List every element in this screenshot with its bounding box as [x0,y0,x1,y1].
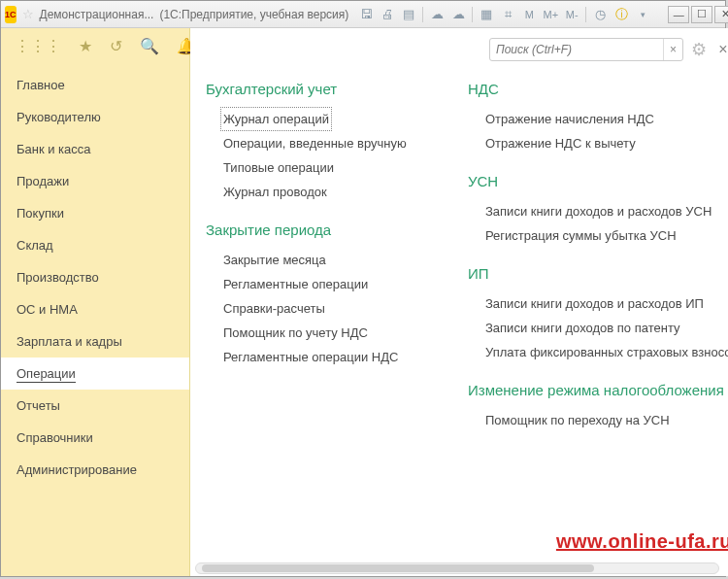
menu-link[interactable]: Отражение начисления НДС [485,107,728,131]
section-title[interactable]: Закрытие периода [206,221,429,238]
horizontal-scrollbar[interactable] [195,562,719,574]
watermark: www.online-ufa.ru [556,530,728,553]
m-icon[interactable]: M [521,7,537,22]
gear-icon[interactable]: ⚙ [691,39,707,60]
star-icon: ☆ [22,7,34,21]
menu-link[interactable]: Регламентные операции НДС [223,345,429,369]
menu-link[interactable]: Типовые операции [223,155,429,180]
save-icon[interactable]: 🖫 [358,7,374,22]
section-title[interactable]: УСН [468,173,728,189]
menu-link[interactable]: Записи книги доходов и расходов ИП [485,291,728,316]
window-title-suffix: (1С:Предприятие, учебная версия) [159,8,348,21]
sidebar-item-label: Справочники [17,430,93,445]
cloud2-icon[interactable]: ☁ [450,7,466,22]
sidebar-iconbar: ⋮⋮⋮ ★ ↺ 🔍 🔔 [1,28,189,63]
sidebar-item-1[interactable]: Руководителю [1,101,189,133]
menu-link[interactable]: Справки-расчеты [223,296,429,321]
separator [472,7,473,22]
scrollbar-thumb[interactable] [202,564,594,572]
sidebar-item-label: Операции [17,366,76,383]
menu-link[interactable]: Регистрация суммы убытка УСН [485,223,728,248]
section-list: Записи книги доходов и расходов ИПЗаписи… [468,291,728,364]
m-minus-icon[interactable]: M- [564,7,579,22]
search-clear-button[interactable]: × [663,39,682,60]
section-list: Записи книги доходов и расходов УСНРегис… [468,199,728,248]
sidebar: ⋮⋮⋮ ★ ↺ 🔍 🔔 ГлавноеРуководителюБанк и ка… [1,28,190,576]
sidebar-item-8[interactable]: Зарплата и кадры [1,325,189,358]
section-title[interactable]: Изменение режима налогообложения [468,382,728,398]
sidebar-item-3[interactable]: Продажи [1,165,189,197]
menu-link[interactable]: Записи книги доходов и расходов УСН [485,199,728,223]
search-icon[interactable]: 🔍 [140,37,159,55]
menu-link[interactable]: Отражение НДС к вычету [485,131,728,155]
main-panel: × ⚙ × Бухгалтерский учетЖурнал операцийО… [190,28,728,576]
sidebar-item-label: Склад [17,238,53,253]
section-title[interactable]: НДС [468,81,728,97]
sidebar-item-label: Зарплата и кадры [17,334,122,349]
calc-icon[interactable]: ⌗ [500,7,515,22]
sidebar-item-9[interactable]: Операции [1,358,189,390]
separator [422,7,423,22]
sidebar-item-label: Банк и касса [17,142,91,156]
m-plus-icon[interactable]: M+ [543,7,558,22]
history-icon[interactable]: ↺ [110,37,122,55]
body: ⋮⋮⋮ ★ ↺ 🔍 🔔 ГлавноеРуководителюБанк и ка… [1,28,725,576]
section: УСНЗаписи книги доходов и расходов УСНРе… [468,173,728,248]
menu-link[interactable]: Уплата фиксированных страховых взносов [485,340,728,364]
star-icon[interactable]: ★ [79,37,92,55]
menu-link[interactable]: Журнал операций [220,107,332,131]
section-list: Отражение начисления НДСОтражение НДС к … [468,107,728,155]
search-input[interactable] [490,43,663,56]
info-icon[interactable]: ⓘ [613,7,629,22]
content-column-0: Бухгалтерский учетЖурнал операцийОпераци… [206,81,429,566]
calendar-icon[interactable]: ▦ [479,7,494,22]
doc-icon[interactable]: ▤ [401,7,416,22]
sidebar-item-11[interactable]: Справочники [1,422,189,454]
minimize-button[interactable]: — [668,6,689,23]
section-title[interactable]: Бухгалтерский учет [206,81,429,97]
window-title-prefix: Демонстрационная... [40,8,154,21]
menu-link[interactable]: Операции, введенные вручную [223,131,429,155]
sidebar-item-label: Руководителю [17,110,101,124]
window-controls: — ☐ ✕ [668,6,728,23]
sidebar-item-0[interactable]: Главное [1,69,189,101]
section-title[interactable]: ИП [468,265,728,282]
sidebar-item-6[interactable]: Производство [1,261,189,293]
sidebar-item-5[interactable]: Склад [1,229,189,261]
sidebar-item-label: Главное [17,78,65,92]
app-window: 1C ☆ Демонстрационная... (1С:Предприятие… [0,0,726,577]
app-logo-icon: 1C [5,6,17,23]
menu-link[interactable]: Регламентные операции [223,272,429,296]
clock-icon[interactable]: ◷ [592,7,608,22]
menu-link[interactable]: Журнал проводок [223,180,429,204]
sidebar-item-4[interactable]: Покупки [1,197,189,229]
titlebar: 1C ☆ Демонстрационная... (1С:Предприятие… [1,1,725,28]
print-icon[interactable]: 🖨 [380,7,395,22]
content-column-1: НДСОтражение начисления НДСОтражение НДС… [468,81,728,566]
dropdown-icon[interactable]: ▾ [635,7,650,22]
grid-icon[interactable]: ⋮⋮⋮ [15,37,61,55]
menu-link[interactable]: Помощник по переходу на УСН [485,408,728,432]
content-area: Бухгалтерский учетЖурнал операцийОпераци… [190,71,728,576]
menu-link[interactable]: Записи книги доходов по патенту [485,316,728,340]
sidebar-item-7[interactable]: ОС и НМА [1,293,189,325]
sidebar-item-12[interactable]: Администрирование [1,454,189,486]
section: Бухгалтерский учетЖурнал операцийОпераци… [206,81,429,204]
sidebar-item-2[interactable]: Банк и касса [1,133,189,165]
main-topbar: × ⚙ × [190,28,728,71]
close-button[interactable]: ✕ [714,6,728,23]
sidebar-item-label: ОС и НМА [17,302,78,317]
cloud-icon[interactable]: ☁ [429,7,445,22]
sidebar-item-label: Продажи [17,174,69,188]
sidebar-item-10[interactable]: Отчеты [1,390,189,422]
section: Изменение режима налогообложенияПомощник… [468,382,728,432]
separator [585,7,586,22]
menu-link[interactable]: Помощник по учету НДС [223,321,429,345]
sidebar-item-label: Администрирование [17,462,137,477]
close-panel-button[interactable]: × [714,41,728,58]
search-box: × [489,38,683,61]
sidebar-items: ГлавноеРуководителюБанк и кассаПродажиПо… [1,63,189,486]
maximize-button[interactable]: ☐ [691,6,712,23]
menu-link[interactable]: Закрытие месяца [223,248,429,272]
section: ИПЗаписи книги доходов и расходов ИПЗапи… [468,265,728,364]
